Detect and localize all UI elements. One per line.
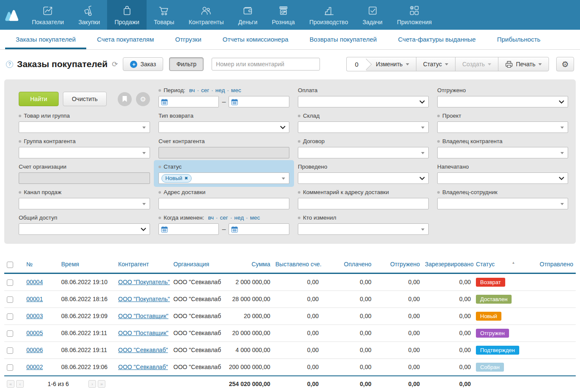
status-badge[interactable]: Доставлен	[476, 295, 512, 304]
nav-item-pokazateli[interactable]: Показатели	[25, 0, 71, 30]
nav-item-roznica[interactable]: Розница	[265, 0, 302, 30]
edit-button[interactable]: Изменить	[366, 57, 416, 71]
tip-vozvrata-select[interactable]	[158, 121, 289, 133]
filter-toggle-button[interactable]: Фильтр	[169, 57, 204, 71]
print-button[interactable]: Печать	[498, 57, 549, 71]
status-combobox[interactable]: Новый✖	[158, 172, 289, 184]
proekt-combobox[interactable]	[437, 121, 568, 133]
provedeno-select[interactable]	[298, 172, 429, 184]
counterparty-link[interactable]: ООО "Поставщик"	[118, 313, 168, 319]
kommentarij-k-adresu-dostavki-input[interactable]	[301, 200, 426, 207]
status-badge[interactable]: Возврат	[476, 278, 505, 287]
adres-dostavki-input[interactable]	[161, 200, 286, 207]
find-button[interactable]: Найти	[19, 92, 59, 106]
counterparty-link[interactable]: ООО "Севкавлаб"	[118, 364, 168, 370]
help-icon[interactable]: ?	[6, 61, 13, 68]
col-header-status[interactable]: Статус▲	[473, 256, 537, 273]
col-header-paid[interactable]: Оплачено	[321, 256, 374, 273]
tovar-ili-gruppa-combobox[interactable]	[19, 121, 150, 133]
tab-otchety-komissionera[interactable]: Отчеты комиссионера	[212, 30, 299, 49]
refresh-icon[interactable]: ⟳	[112, 60, 118, 69]
pagination-last-button[interactable]: »	[98, 380, 105, 388]
create-order-button[interactable]: + Заказ	[123, 57, 163, 71]
order-number-link[interactable]: 00006	[26, 347, 43, 353]
vladelec-kontragenta-combobox[interactable]	[437, 147, 568, 158]
nav-item-zakupki[interactable]: Закупки	[71, 0, 107, 30]
counterparty-link[interactable]: ООО "Покупатель"	[118, 296, 170, 302]
quick-range-сег[interactable]: сег	[220, 214, 228, 221]
nav-item-proizvodstvo[interactable]: Производство	[302, 0, 355, 30]
dogovor-combobox[interactable]	[298, 147, 429, 158]
counterparty-link[interactable]: ООО "Покупатель"	[118, 279, 170, 285]
tab-scheta-faktury-vydannye[interactable]: Счета-фактуры выданные	[388, 30, 487, 49]
col-header-counterparty[interactable]: Контрагент	[116, 256, 171, 273]
pagination-first-button[interactable]: «	[7, 380, 14, 388]
nav-item-prilozheniya[interactable]: Приложения	[390, 0, 439, 30]
settings-gear-button[interactable]: ⚙	[556, 57, 574, 71]
gruppa-kontragenta-combobox[interactable]	[19, 147, 150, 158]
quick-range-нед[interactable]: нед	[234, 214, 244, 221]
row-checkbox[interactable]	[7, 347, 13, 354]
clear-button[interactable]: Очистить	[63, 92, 107, 106]
select-all-checkbox[interactable]	[7, 262, 13, 268]
row-checkbox[interactable]	[7, 279, 13, 286]
bookmark-icon[interactable]	[118, 92, 132, 106]
tab-vozvraty-pokupatelej[interactable]: Возвраты покупателей	[299, 30, 388, 49]
col-header-reserved[interactable]: Зарезервировано	[422, 256, 473, 273]
col-header-time[interactable]: Время	[59, 256, 116, 273]
quick-range-вч[interactable]: вч	[189, 87, 195, 93]
status-badge[interactable]: Новый	[476, 312, 501, 321]
oplata-select[interactable]	[298, 96, 429, 107]
tab-scheta-pokupatelyam[interactable]: Счета покупателям	[86, 30, 164, 49]
status-badge[interactable]: Подтвержден	[476, 346, 519, 355]
nav-item-kontragenty[interactable]: Контрагенты	[181, 0, 231, 30]
vladelec-sotrudnik-combobox[interactable]	[437, 198, 568, 209]
status-badge[interactable]: Отгружен	[476, 329, 509, 338]
quick-range-мес[interactable]: мес	[231, 87, 241, 93]
filter-settings-gear-icon[interactable]: ⚙	[136, 92, 150, 106]
col-header-invoiced[interactable]: Выставлено сче...	[273, 256, 321, 273]
order-number-link[interactable]: 00005	[26, 330, 43, 336]
row-checkbox[interactable]	[7, 313, 13, 320]
period-date-from[interactable]	[158, 96, 219, 107]
pagination-prev-button[interactable]: ‹	[16, 380, 24, 388]
nav-item-tovary[interactable]: Товары	[147, 0, 181, 30]
col-header-sum[interactable]: Сумма	[221, 256, 273, 273]
col-header-shipped[interactable]: Отгружено	[374, 256, 422, 273]
obshchij-dostup-select[interactable]	[19, 223, 150, 235]
sort-asc-icon[interactable]: ▲	[512, 261, 515, 265]
order-number-link[interactable]: 00003	[26, 313, 43, 319]
col-header-sent[interactable]: Отправлено	[537, 256, 576, 273]
order-number-link[interactable]: 00004	[26, 279, 43, 285]
napechatano-select[interactable]	[437, 172, 568, 184]
row-checkbox[interactable]	[7, 330, 13, 337]
nav-item-dengi[interactable]: Деньги	[231, 0, 265, 30]
status-chip[interactable]: Новый✖	[161, 174, 192, 183]
kto-izmenil-combobox[interactable]	[298, 223, 429, 235]
nav-item-zadachi[interactable]: Задачи	[355, 0, 390, 30]
search-input[interactable]	[212, 58, 320, 71]
status-button[interactable]: Статус	[416, 57, 456, 71]
kogda-izmenen-date-to[interactable]	[229, 223, 289, 235]
row-checkbox[interactable]	[7, 296, 13, 303]
col-header-organization[interactable]: Организация	[171, 256, 221, 273]
otgruzheno-select[interactable]	[437, 96, 568, 107]
counterparty-link[interactable]: ООО "Поставщик"	[118, 330, 168, 336]
sklad-combobox[interactable]	[298, 121, 429, 133]
tab-zakazy-pokupatelej[interactable]: Заказы покупателей	[5, 30, 86, 49]
chip-remove-icon[interactable]: ✖	[184, 176, 188, 180]
row-checkbox[interactable]	[7, 364, 13, 371]
tab-otgruzki[interactable]: Отгрузки	[164, 30, 212, 49]
quick-range-мес[interactable]: мес	[250, 214, 260, 221]
status-badge[interactable]: Собран	[476, 363, 504, 372]
kogda-izmenen-date-from[interactable]	[158, 223, 219, 235]
moysklad-logo-icon[interactable]	[0, 0, 25, 30]
quick-range-нед[interactable]: нед	[215, 87, 225, 93]
col-header-number[interactable]: №	[24, 256, 59, 273]
period-date-to[interactable]	[229, 96, 289, 107]
order-number-link[interactable]: 00002	[26, 364, 43, 370]
quick-range-сег[interactable]: сег	[201, 87, 209, 93]
quick-range-вч[interactable]: вч	[208, 214, 214, 221]
kanal-prodazh-combobox[interactable]	[19, 198, 150, 209]
create-button[interactable]: Создать	[455, 57, 498, 71]
